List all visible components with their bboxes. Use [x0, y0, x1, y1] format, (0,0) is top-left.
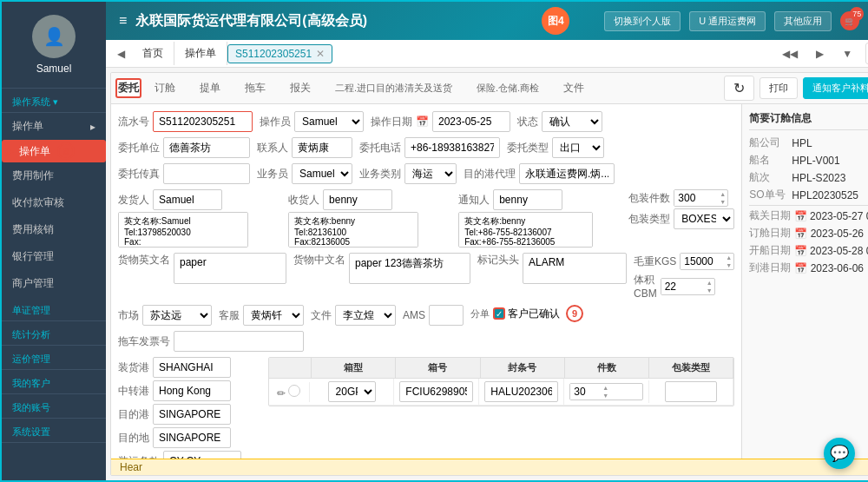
packages-input[interactable] [674, 190, 718, 206]
sidebar-item-bank[interactable]: 银行管理 [2, 243, 106, 270]
entrust-company-input[interactable] [163, 137, 250, 158]
row-pkg-type-input[interactable] [665, 381, 717, 402]
consignee-detail[interactable]: 英文名称:benny Tel:82136100 Fax:82136005 [288, 212, 418, 248]
sidebar-item-operation[interactable]: ➤ 操作单 8 [2, 140, 106, 162]
sidebar-item-fee-verify[interactable]: 费用核销 [2, 216, 106, 243]
count-spinner[interactable]: ▲ ▼ [569, 383, 643, 400]
tab-dropdown-btn[interactable]: ▼ [835, 43, 859, 64]
contact-input[interactable] [292, 137, 352, 158]
tab-next-btn[interactable]: ▶ [809, 43, 831, 64]
fax-input[interactable] [163, 163, 250, 184]
refresh-btn[interactable]: ↻ [724, 76, 754, 101]
volume-down[interactable]: ▼ [705, 287, 714, 294]
volume-input[interactable] [661, 279, 705, 294]
volume-up[interactable]: ▲ [705, 279, 714, 287]
volume-group: 体积CBM ▲ ▼ [634, 273, 734, 300]
dest-agent-input[interactable] [519, 163, 615, 184]
weight-group: 毛重KGS ▲ ▼ [634, 253, 734, 270]
fen-label: 分单 [470, 307, 490, 320]
sub-tab-docs[interactable]: 文件 [552, 75, 595, 102]
top-bar: ≡ 永联国际货运代理有限公司(高级会员) 图4 切换到个人版 U 通用运费网 其… [106, 2, 868, 40]
salesperson-group: 业务员 Samuel [257, 163, 352, 184]
td-box-no [394, 379, 479, 405]
weight-input[interactable] [681, 254, 724, 269]
menu-icon[interactable]: ≡ [119, 13, 127, 29]
op-date-input[interactable] [432, 111, 510, 132]
notify-input[interactable] [493, 189, 562, 210]
sidebar-item-payment[interactable]: 收付款审核 [2, 189, 106, 216]
salesperson-select[interactable]: Samuel [292, 163, 352, 184]
count-up[interactable]: ▲ [601, 384, 610, 392]
form-row-1: 流水号 操作员 Samuel 操作日期 [118, 111, 734, 132]
weight-up[interactable]: ▲ [724, 254, 733, 261]
seal-no-input[interactable] [484, 381, 558, 402]
radio-input[interactable] [288, 385, 300, 397]
consignee-input[interactable] [323, 189, 392, 210]
customer-confirmed-checkbox[interactable]: ✓ 客户已确认 [493, 307, 560, 321]
box-type-select[interactable]: 20GP [328, 381, 376, 402]
type-select[interactable]: 出口 [552, 137, 604, 158]
notify-customer-btn[interactable]: 通知客户补料 [803, 77, 868, 99]
tel-input[interactable] [404, 137, 500, 158]
count-down[interactable]: ▼ [601, 392, 610, 399]
sub-tab-booking[interactable]: 订舱 [143, 75, 187, 102]
transport-clause-input[interactable] [163, 451, 241, 459]
goods-cn-input[interactable]: paper 123德善茶坊 [349, 253, 470, 284]
doc-select[interactable]: 李立煌 [335, 305, 396, 326]
right-panel-title: 简要订舱信息 [749, 111, 868, 130]
loading-port-group: 装货港 [118, 357, 261, 378]
tab-home[interactable]: 首页 [132, 42, 174, 65]
universal-freight-btn[interactable]: U 通用运费网 [689, 11, 766, 31]
sub-tab-truck[interactable]: 拖车 [233, 75, 277, 102]
notify-detail[interactable]: 英文名称:benny Tel:+86-755-82136007 Fax:+86-… [458, 212, 593, 248]
weight-down[interactable]: ▼ [724, 261, 733, 269]
sub-tab-entrust[interactable]: 委托 [115, 78, 141, 98]
mark-label: 标记头头 [477, 253, 519, 267]
market-select[interactable]: 苏达远 [142, 305, 212, 326]
sub-tab-transit[interactable]: 二程.进口目的港清关及送货 [324, 76, 464, 101]
dest-place-input[interactable] [153, 427, 231, 448]
flow-no-label: 流水号 [118, 115, 149, 129]
shipper-input[interactable] [153, 189, 222, 210]
print-btn[interactable]: 打印 [760, 77, 798, 99]
pkg-type-select[interactable]: BOXES [674, 208, 734, 229]
packages-spinner[interactable]: ▲ ▼ [674, 189, 728, 207]
sub-tab-bill[interactable]: 提单 [188, 75, 232, 102]
goods-en-input[interactable]: paper [174, 253, 286, 284]
sub-tab-insurance[interactable]: 保险.仓储.商检 [465, 76, 550, 101]
tow-input[interactable] [174, 331, 304, 352]
packages-down[interactable]: ▼ [718, 198, 727, 206]
sidebar-item-fee-make[interactable]: 费用制作 [2, 162, 106, 189]
sidebar-item-merchant[interactable]: 商户管理 [2, 270, 106, 297]
edit-icon[interactable]: ✏ [277, 387, 286, 399]
tab-active[interactable]: S511202305251 ✕ [227, 44, 332, 63]
sidebar-item-ops-list[interactable]: 操作单 ▸ [2, 113, 106, 140]
tab-close-btn[interactable]: ✕ [316, 48, 325, 60]
tab-operation[interactable]: 操作单 [174, 42, 227, 65]
notification-badge: 75 [850, 7, 864, 21]
loading-port-input[interactable] [153, 357, 231, 378]
count-input[interactable] [570, 384, 601, 399]
biz-cat-select[interactable]: 海运 [404, 163, 457, 184]
sub-tab-customs[interactable]: 报关 [279, 75, 322, 102]
other-apps-btn[interactable]: 其他应用 [774, 11, 832, 31]
tab-prev2-btn[interactable]: ◀◀ [775, 43, 805, 64]
operator-select[interactable]: Samuel [294, 111, 364, 132]
status-select[interactable]: 确认 [542, 111, 602, 132]
fab-button[interactable]: 💬 [824, 438, 855, 459]
ams-input[interactable] [429, 305, 464, 326]
trans-port-input[interactable] [153, 380, 231, 401]
operator-group: 操作员 Samuel [260, 111, 364, 132]
mark-input[interactable]: ALARM [523, 253, 627, 284]
weight-spinner[interactable]: ▲ ▼ [680, 253, 734, 270]
packages-up[interactable]: ▲ [718, 190, 727, 198]
flow-no-input[interactable] [153, 111, 253, 132]
tab-prev-btn[interactable]: ◀ [110, 43, 132, 64]
box-no-input[interactable] [399, 381, 473, 402]
cs-select[interactable]: 黄炳钎 [243, 305, 304, 326]
form-row-tow: 拖车发票号 [118, 331, 734, 352]
dest-port-input[interactable] [153, 404, 231, 425]
switch-personal-btn[interactable]: 切换到个人版 [604, 11, 681, 31]
volume-spinner[interactable]: ▲ ▼ [661, 278, 715, 295]
shipper-detail[interactable]: 英文名称:Samuel Tel:13798520030 Fax: [118, 212, 248, 248]
